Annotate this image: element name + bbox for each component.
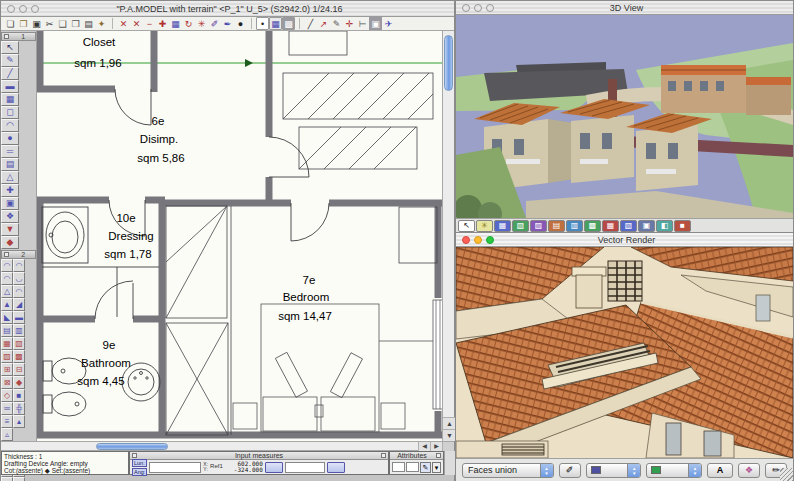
block-tool[interactable]: ■ [13, 389, 25, 402]
fly-tool-icon[interactable]: ✈ [382, 17, 395, 30]
render-mode-8-button[interactable]: ▧ [620, 220, 637, 232]
resize-grip[interactable] [780, 468, 793, 481]
star-icon[interactable]: ✳ [195, 17, 208, 30]
grid-minus-tool[interactable]: ⊟ [13, 363, 25, 376]
close-button[interactable] [7, 5, 15, 13]
arrow-tool-icon[interactable]: ↗ [317, 17, 330, 30]
arc-tool[interactable]: ◠ [1, 119, 19, 132]
plus-icon[interactable]: ✚ [156, 17, 169, 30]
input-measures-titlebar[interactable]: Input measures [130, 452, 388, 460]
diamond-open-tool[interactable]: ◇ [1, 389, 13, 402]
new-document-icon[interactable]: ❏ [4, 17, 17, 30]
wall-tool[interactable]: ▦ [1, 93, 19, 106]
render-mode-4-button[interactable]: ▤ [548, 220, 565, 232]
hatch-tool-2[interactable]: ▧ [13, 337, 25, 350]
plan-canvas[interactable]: Closet sqm 1,96 6e Disimp. sqm 5,86 10e … [37, 31, 442, 441]
view3d-canvas[interactable] [456, 15, 793, 218]
cut-icon[interactable]: ✂ [43, 17, 56, 30]
grid-x-tool[interactable]: ⊠ [1, 376, 13, 389]
dropdown-arrow-icon[interactable]: ▾ [432, 462, 441, 473]
camera-button[interactable]: ▣ [638, 220, 655, 232]
vector-titlebar[interactable]: Vector Render [456, 233, 793, 247]
peak-tool[interactable]: ▴ [13, 415, 25, 428]
layer-down-tool[interactable]: ▼ [1, 223, 19, 236]
panel-close-box[interactable] [132, 453, 137, 458]
line-style-popup[interactable]: ▲▼ [586, 463, 642, 478]
hip-roof-tool[interactable]: ▲ [1, 298, 13, 311]
shade-tool[interactable]: ▩ [13, 477, 25, 481]
hscroll-thumb[interactable] [96, 443, 168, 450]
palette-2-titlebar[interactable]: 2 [1, 250, 36, 259]
box-tool[interactable]: ◻ [1, 106, 19, 119]
ruler-tool-icon[interactable]: ⊢ [356, 17, 369, 30]
render-mode-2-button[interactable]: ▧ [512, 220, 529, 232]
render-mode-1-button[interactable]: ▦ [494, 220, 511, 232]
rotate-icon[interactable]: ↻ [182, 17, 195, 30]
pen-icon[interactable]: ✒ [221, 17, 234, 30]
open-folder-icon[interactable]: ❐ [17, 17, 30, 30]
delete-x2-icon[interactable]: ✕ [130, 17, 143, 30]
join-tool[interactable]: ╬ [13, 402, 25, 415]
fill-tool-2[interactable]: ▨ [1, 350, 13, 363]
reference-button-2[interactable] [327, 462, 345, 473]
arch-tool-3[interactable]: ◠ [1, 272, 13, 285]
shed-roof-tool[interactable]: ◢ [13, 298, 25, 311]
texture-tool[interactable]: ▤ [1, 477, 13, 481]
faces-mode-popup[interactable]: Faces union ▲▼ [462, 463, 554, 478]
save-icon[interactable]: ▣ [30, 17, 43, 30]
panel-collapse-box[interactable] [436, 453, 441, 458]
plus-tool[interactable]: ✚ [1, 184, 19, 197]
levels-tool[interactable]: ≡ [1, 415, 13, 428]
symbol-tool[interactable]: ❖ [1, 210, 19, 223]
render-mode-7-button[interactable]: ▦ [602, 220, 619, 232]
stop-button[interactable]: ■ [674, 220, 691, 232]
eraser-tool-icon[interactable]: ✎ [330, 17, 343, 30]
selected-square-button[interactable]: ▣ [369, 17, 382, 30]
text-settings-button[interactable]: A [707, 463, 733, 478]
vscroll-thumb[interactable] [444, 35, 453, 91]
render-mode-5-button[interactable]: ▥ [566, 220, 583, 232]
scroll-up-arrow[interactable]: ▲ [443, 417, 455, 429]
grid-box-icon[interactable]: ▦ [169, 17, 182, 30]
solid-mode-button[interactable]: ▩ [282, 17, 295, 30]
pattern-tool[interactable]: ▩ [13, 350, 25, 363]
minimize-button[interactable] [474, 4, 482, 12]
delete-x-icon[interactable]: ✕ [117, 17, 130, 30]
line-tool-icon[interactable]: ╱ [304, 17, 317, 30]
render-mode-6-button[interactable]: ▩ [584, 220, 601, 232]
gable-roof-tool[interactable]: △ [1, 285, 13, 298]
line-tool[interactable]: ╱ [1, 67, 19, 80]
paste-icon[interactable]: ❒ [69, 17, 82, 30]
color-popup[interactable]: ▲▼ [646, 463, 702, 478]
pencil-icon[interactable]: ✎ [420, 462, 431, 473]
render-mode-3-button[interactable]: ▨ [530, 220, 547, 232]
panel-collapse-box[interactable] [381, 453, 386, 458]
plan-titlebar[interactable]: "P.A.MODEL with terrain" <P_1" U_5> (S29… [1, 1, 454, 17]
sun-button[interactable]: ✳ [476, 220, 493, 232]
palette-close-box[interactable] [4, 252, 9, 257]
view3d-titlebar[interactable]: 3D View [456, 1, 793, 15]
scroll-right-arrow[interactable]: ▶ [430, 442, 442, 451]
arch-door-tool[interactable]: ◠ [13, 285, 25, 298]
scroll-down-arrow[interactable]: ▼ [443, 429, 455, 441]
vector-render-canvas[interactable] [456, 247, 793, 458]
zoom-button[interactable] [486, 4, 494, 12]
slab-tool-2[interactable]: ▬ [13, 311, 25, 324]
plan-vscrollbar[interactable]: ▲ ▼ [442, 31, 454, 441]
double-line-tool[interactable]: ═ [1, 145, 19, 158]
slab-tool[interactable]: ▬ [1, 80, 19, 93]
key-icon[interactable]: ✦ [95, 17, 108, 30]
mesh-tool[interactable]: ▦ [1, 337, 13, 350]
plan-hscrollbar[interactable]: ◀ ▶ [1, 441, 454, 451]
length-input[interactable] [149, 462, 201, 473]
palette-close-box[interactable] [4, 34, 9, 39]
attributes-titlebar[interactable]: Attributes [390, 452, 443, 460]
circle-tool[interactable]: ● [1, 132, 19, 145]
minus-icon[interactable]: − [143, 17, 156, 30]
point-mode-button[interactable]: • [256, 17, 269, 30]
settings-button[interactable]: ◧ [656, 220, 673, 232]
minimize-button[interactable] [19, 5, 27, 13]
print-icon[interactable]: ▤ [82, 17, 95, 30]
vault-tool[interactable]: ◡ [13, 272, 25, 285]
double-wall-tool[interactable]: ═ [1, 402, 13, 415]
